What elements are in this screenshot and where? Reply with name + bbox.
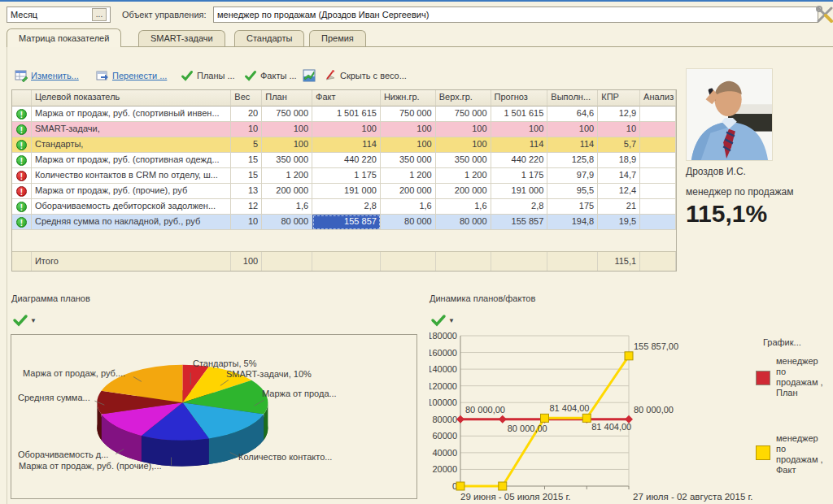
object-field[interactable]: менеджер по продажам (Дроздов Иван Серге… bbox=[213, 7, 818, 23]
tab-premium[interactable]: Премия bbox=[309, 30, 366, 47]
main-panel bbox=[7, 46, 833, 504]
period-picker-button[interactable]: ... bbox=[92, 8, 107, 21]
window-top-accent bbox=[0, 0, 833, 2]
object-value: менеджер по продажам (Дроздов Иван Серге… bbox=[217, 10, 429, 20]
tab-standards[interactable]: Стандарты bbox=[234, 30, 304, 47]
tab-matrix[interactable]: Матрица показателей bbox=[7, 28, 121, 47]
tab-smart[interactable]: SMART-задачи bbox=[138, 30, 225, 47]
period-value: Месяц bbox=[11, 10, 92, 20]
object-label: Объект управления: bbox=[122, 10, 207, 20]
settings-wrench-icon[interactable] bbox=[815, 5, 833, 24]
period-field[interactable]: Месяц ... bbox=[7, 7, 111, 23]
